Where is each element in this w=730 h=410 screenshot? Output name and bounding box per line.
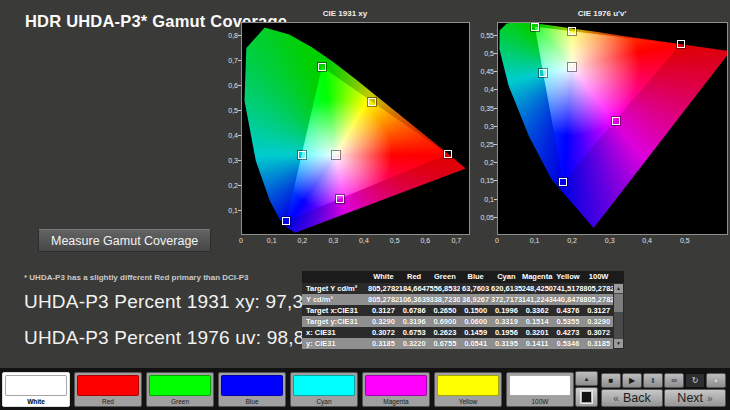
record-icon[interactable]: ● — [706, 373, 726, 388]
table-row: Y cd/m²805,2782106,3639338,723036,926737… — [302, 294, 624, 305]
percent-1931-line: UHDA-P3 Percent 1931 xy: 97,39 — [24, 291, 314, 313]
table-cell: 0.2623 — [430, 327, 461, 338]
table-header-row: WhiteRedGreenBlueCyanMagentaYellow100W — [302, 271, 624, 283]
y-tick-mark — [494, 71, 497, 72]
y-tick-label: 0,6 — [228, 82, 238, 89]
column-header — [302, 271, 368, 283]
x-tick-label: 0,5 — [680, 237, 690, 244]
y-tick-mark — [238, 110, 241, 111]
refresh-icon[interactable]: ↻ — [685, 373, 705, 388]
table-cell: 0.3290 — [583, 316, 614, 327]
swatch-color-chip — [149, 375, 211, 396]
row-label: y: CIE31 — [302, 338, 368, 349]
x-tick-label: 0,2 — [297, 237, 307, 244]
next-chevron-icon: » — [707, 393, 713, 404]
y-tick-label: 0,8 — [228, 31, 238, 38]
swatch-color-chip — [437, 375, 499, 396]
table-cell: 36,9267 — [460, 294, 491, 305]
scroll-up-icon[interactable]: ▲ — [614, 284, 623, 293]
x-tick-label: 0,3 — [605, 237, 615, 244]
table-cell: 0.5346 — [553, 338, 584, 349]
y-tick-label: 0,35 — [480, 104, 494, 111]
y-tick-label: 0,4 — [484, 86, 494, 93]
y-tick-mark — [494, 162, 497, 163]
scroll-down-icon[interactable]: ▼ — [614, 339, 623, 348]
nav-row: « Back Next » — [601, 389, 726, 407]
y-tick-mark — [238, 185, 241, 186]
y-tick-label: 0,1 — [484, 195, 494, 202]
continuous-icon[interactable]: ∞ — [664, 373, 684, 388]
table-cell: 63,7603 — [460, 283, 491, 294]
table-cell: 0.3072 — [583, 327, 614, 338]
y-tick-label: 0,2 — [228, 181, 238, 188]
y-tick-mark — [494, 180, 497, 181]
table-cell: 0.1956 — [491, 327, 522, 338]
y-tick-label: 0,25 — [480, 141, 494, 148]
measure-gamut-coverage-button[interactable]: Measure Gamut Coverage — [38, 229, 211, 252]
stop-icon[interactable]: ■ — [601, 373, 621, 388]
column-header: Magenta — [522, 271, 553, 283]
pattern-swatch-red[interactable]: Red — [74, 372, 142, 407]
y-tick-label: 0,5 — [228, 106, 238, 113]
pattern-window-button[interactable] — [575, 387, 598, 407]
pattern-swatch-100w[interactable]: 100W — [506, 372, 574, 407]
table-cell: 0.3185 — [583, 338, 614, 349]
table-cell: 248,4250 — [522, 283, 553, 294]
row-label: Y cd/m² — [302, 294, 368, 305]
back-chevron-icon: « — [613, 393, 619, 404]
uhda-p3-footnote: * UHDA-P3 has a slightly different Red p… — [24, 273, 249, 282]
table-cell: 0.6755 — [430, 338, 461, 349]
y-tick-label: 0,4 — [228, 132, 238, 139]
table-cell: 0.0541 — [460, 338, 491, 349]
y-tick-mark — [494, 199, 497, 200]
pattern-swatch-cyan[interactable]: Cyan — [290, 372, 358, 407]
column-header: Blue — [460, 271, 491, 283]
gamut-data-table: WhiteRedGreenBlueCyanMagentaYellow100WTa… — [302, 271, 624, 349]
x-tick-label: 0,4 — [642, 237, 652, 244]
cie-1976-plot — [497, 22, 728, 235]
table-row: x: CIE310.30720.67530.26230.14590.19560.… — [302, 327, 624, 338]
pattern-swatch-yellow[interactable]: Yellow — [434, 372, 502, 407]
y-tick-label: 0,3 — [228, 157, 238, 164]
table-cell: 0.6786 — [399, 305, 430, 316]
swatch-color-chip — [5, 375, 67, 396]
x-tick-label: 0,4 — [359, 237, 369, 244]
column-header: Red — [399, 271, 430, 283]
pattern-up-icon[interactable]: ▲ — [575, 371, 598, 386]
column-header: Green — [430, 271, 461, 283]
y-tick-mark — [494, 126, 497, 127]
table-cell: 805,2782 — [583, 294, 614, 305]
table-cell: 620,6135 — [491, 283, 522, 294]
cie-1931-x-axis: 00,10,20,30,40,50,60,7 — [241, 235, 470, 247]
swatch-label: Blue — [219, 397, 285, 406]
y-tick-label: 0,15 — [480, 177, 494, 184]
table-row: Target x:CIE310.31270.67860.26500.15000.… — [302, 305, 624, 316]
back-button[interactable]: « Back — [601, 389, 663, 407]
back-button-label: Back — [623, 391, 651, 405]
pattern-swatch-green[interactable]: Green — [146, 372, 214, 407]
swatch-label: 100W — [507, 397, 573, 406]
y-tick-mark — [494, 144, 497, 145]
pattern-swatch-white[interactable]: White — [2, 372, 70, 407]
table-scrollbar[interactable]: ▲ ▼ — [613, 283, 624, 349]
table-cell: 0.3072 — [368, 327, 399, 338]
play-icon[interactable]: ▶ — [622, 373, 642, 388]
swatch-label: Green — [147, 397, 213, 406]
green-point-marker — [531, 23, 539, 31]
next-button[interactable]: Next » — [664, 389, 726, 407]
pause-icon[interactable]: ‖ — [643, 373, 663, 388]
table-cell: 0.5355 — [553, 316, 584, 327]
pattern-swatch-magenta[interactable]: Magenta — [362, 372, 430, 407]
x-tick-label: 0,2 — [567, 237, 577, 244]
pattern-swatch-blue[interactable]: Blue — [218, 372, 286, 407]
x-tick-label: 0 — [495, 237, 499, 244]
percent-1931-label: UHDA-P3 Percent 1931 xy: — [24, 291, 260, 312]
cie-1976-x-axis: 00,10,20,30,40,5 — [497, 235, 728, 247]
percent-1976-label: UHDA-P3 Percent 1976 uv: — [24, 327, 261, 348]
x-tick-label: 0,1 — [530, 237, 540, 244]
scrollbar-thumb[interactable] — [614, 294, 623, 312]
y-tick-label: 0,45 — [480, 68, 494, 75]
blue-point-marker — [282, 217, 290, 225]
y-tick-mark — [238, 160, 241, 161]
y-tick-mark — [238, 85, 241, 86]
